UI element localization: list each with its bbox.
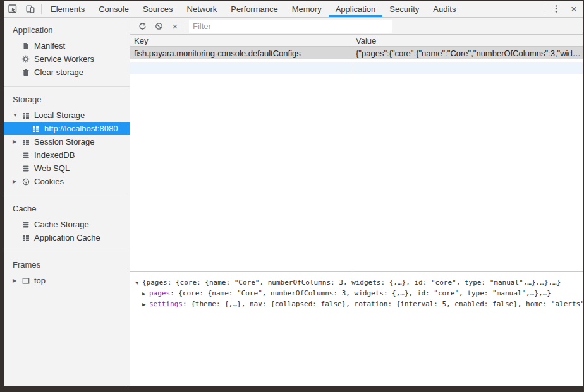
block-icon[interactable] xyxy=(150,19,167,33)
table-icon xyxy=(21,234,30,242)
section-title: Cache xyxy=(4,201,130,218)
close-icon[interactable]: × xyxy=(565,1,583,17)
tab-memory[interactable]: Memory xyxy=(285,1,329,17)
triangle-down-icon[interactable]: ▼ xyxy=(13,112,21,118)
tab-console[interactable]: Console xyxy=(92,1,136,17)
table-icon xyxy=(32,124,40,133)
tab-label: Console xyxy=(99,4,129,14)
triangle-right-icon[interactable]: ▶ xyxy=(13,278,21,283)
devtools-main: Application Manifest Service Workers Cle… xyxy=(4,18,583,386)
sidebar-item-local-storage[interactable]: ▼ Local Storage xyxy=(4,109,130,122)
sidebar-section-application: Application Manifest Service Workers Cle… xyxy=(4,18,130,86)
database-icon xyxy=(21,164,30,172)
sidebar-item-session-storage[interactable]: ▶ Session Storage xyxy=(4,135,130,148)
tab-label: Memory xyxy=(292,4,322,14)
cookie-icon xyxy=(21,177,30,186)
sidebar-item-label: Manifest xyxy=(34,41,65,50)
table-row[interactable]: fish.payara.monitoring-console.defaultCo… xyxy=(130,47,583,59)
devtools-tabbar: Elements Console Sources Network Perform… xyxy=(4,1,583,18)
triangle-right-icon[interactable]: ▶ xyxy=(13,139,21,145)
sidebar-item-web-sql[interactable]: Web SQL xyxy=(4,162,130,175)
sidebar-item-label: Clear storage xyxy=(34,68,83,77)
database-icon xyxy=(21,220,30,229)
sidebar-item-application-cache[interactable]: Application Cache xyxy=(4,231,130,244)
database-icon xyxy=(21,151,30,159)
sidebar-item-label: Cookies xyxy=(34,177,64,186)
tab-network[interactable]: Network xyxy=(180,1,224,17)
gear-icon xyxy=(21,55,30,63)
sidebar-item-manifest[interactable]: Manifest xyxy=(4,39,130,52)
triangle-right-icon[interactable]: ▶ xyxy=(142,299,149,310)
object-preview-text: : {theme: {,…}, nav: {collapsed: false},… xyxy=(183,300,583,308)
sidebar-item-clear-storage[interactable]: Clear storage xyxy=(4,66,130,79)
sidebar-item-label: Web SQL xyxy=(34,163,70,173)
device-toolbar-icon[interactable] xyxy=(21,1,39,17)
document-icon xyxy=(21,42,30,50)
toolbar-separator xyxy=(186,21,186,31)
property-name: settings xyxy=(149,300,183,308)
column-header-key[interactable]: Key xyxy=(130,35,353,46)
json-tree-settings[interactable]: ▶settings: {theme: {,…}, nav: {collapsed… xyxy=(130,299,583,309)
sidebar-item-label: Session Storage xyxy=(34,137,94,146)
property-name: pages xyxy=(149,289,170,297)
sidebar-item-service-workers[interactable]: Service Workers xyxy=(4,52,130,66)
grid-header-row: Key Value xyxy=(130,35,583,47)
devtools-window: Elements Console Sources Network Perform… xyxy=(4,1,583,386)
table-icon xyxy=(21,111,30,119)
column-resize-handle[interactable] xyxy=(353,35,353,271)
application-sidebar: Application Manifest Service Workers Cle… xyxy=(4,18,130,386)
column-header-value[interactable]: Value xyxy=(353,35,583,46)
filter-input[interactable] xyxy=(189,20,392,33)
section-title: Frames xyxy=(4,258,130,274)
column-header-label: Key xyxy=(134,36,148,45)
sidebar-item-label: http://localhost:8080 xyxy=(44,124,118,133)
sidebar-item-label: top xyxy=(34,276,46,285)
sidebar-item-localhost-8080[interactable]: http://localhost:8080 xyxy=(4,122,130,135)
tab-security[interactable]: Security xyxy=(382,1,426,17)
tab-label: Elements xyxy=(51,4,85,14)
sidebar-item-indexeddb[interactable]: IndexedDB xyxy=(4,148,130,162)
local-storage-panel: × Key Value fish.payara.monitoring-conso… xyxy=(130,18,583,386)
sidebar-item-top-frame[interactable]: ▶ top xyxy=(4,274,130,287)
sidebar-section-storage: Storage ▼ Local Storage http://localhost… xyxy=(4,86,130,196)
storage-toolbar: × xyxy=(130,18,583,35)
tab-sources[interactable]: Sources xyxy=(136,1,180,17)
frame-icon xyxy=(21,276,30,285)
sidebar-item-label: Local Storage xyxy=(34,110,85,120)
tab-label: Application xyxy=(336,4,376,14)
inspect-icon[interactable] xyxy=(4,1,21,17)
row-value-cell: {"pages":{"core":{"name":"Core","numberO… xyxy=(353,49,583,58)
tab-elements[interactable]: Elements xyxy=(44,1,92,17)
toolbar-separator xyxy=(545,4,545,14)
tab-label: Sources xyxy=(143,4,173,14)
triangle-down-icon[interactable]: ▼ xyxy=(135,278,142,288)
sidebar-item-cookies[interactable]: ▶ Cookies xyxy=(4,175,130,188)
section-title: Storage xyxy=(4,92,130,109)
sidebar-item-label: Service Workers xyxy=(34,54,94,64)
storage-items-grid: Key Value fish.payara.monitoring-console… xyxy=(130,35,583,271)
sidebar-item-cache-storage[interactable]: Cache Storage xyxy=(4,218,130,231)
refresh-icon[interactable] xyxy=(134,19,150,33)
sidebar-item-label: IndexedDB xyxy=(34,150,75,160)
column-header-label: Value xyxy=(356,36,376,45)
empty-row-stripe[interactable] xyxy=(130,62,583,74)
kebab-menu-icon[interactable] xyxy=(547,1,565,17)
row-key-cell: fish.payara.monitoring-console.defaultCo… xyxy=(130,49,353,58)
tab-application[interactable]: Application xyxy=(329,1,383,17)
triangle-right-icon[interactable]: ▶ xyxy=(13,179,21,184)
tab-audits[interactable]: Audits xyxy=(426,1,463,17)
sidebar-section-cache: Cache Cache Storage Application Cache xyxy=(4,196,130,252)
trash-icon xyxy=(21,68,30,76)
value-preview-pane: ▼{pages: {core: {name: "Core", numberOfC… xyxy=(130,271,583,386)
tab-label: Audits xyxy=(433,4,456,14)
json-tree-root[interactable]: ▼{pages: {core: {name: "Core", numberOfC… xyxy=(130,277,583,288)
sidebar-item-label: Cache Storage xyxy=(34,220,89,229)
sidebar-item-label: Application Cache xyxy=(34,233,100,242)
triangle-right-icon[interactable]: ▶ xyxy=(142,288,149,299)
tab-performance[interactable]: Performance xyxy=(224,1,284,17)
tabbar-spacer xyxy=(463,1,543,17)
tab-label: Security xyxy=(389,4,419,14)
tab-label: Performance xyxy=(231,4,277,14)
clear-icon[interactable]: × xyxy=(167,19,183,33)
json-tree-pages[interactable]: ▶pages: {core: {name: "Core", numberOfCo… xyxy=(130,288,583,299)
